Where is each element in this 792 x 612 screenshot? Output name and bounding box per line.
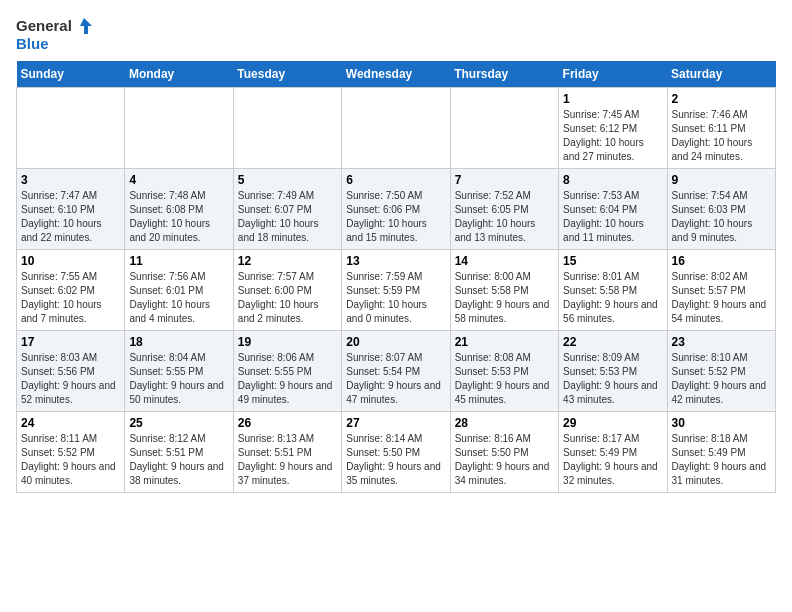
- calendar-cell: 24Sunrise: 8:11 AM Sunset: 5:52 PM Dayli…: [17, 411, 125, 492]
- calendar-cell: 16Sunrise: 8:02 AM Sunset: 5:57 PM Dayli…: [667, 249, 775, 330]
- day-number: 25: [129, 416, 228, 430]
- calendar-cell: 18Sunrise: 8:04 AM Sunset: 5:55 PM Dayli…: [125, 330, 233, 411]
- weekday-header: Monday: [125, 61, 233, 88]
- calendar-cell: [17, 87, 125, 168]
- calendar-cell: 14Sunrise: 8:00 AM Sunset: 5:58 PM Dayli…: [450, 249, 558, 330]
- day-number: 14: [455, 254, 554, 268]
- day-info: Sunrise: 7:48 AM Sunset: 6:08 PM Dayligh…: [129, 189, 228, 245]
- day-info: Sunrise: 8:16 AM Sunset: 5:50 PM Dayligh…: [455, 432, 554, 488]
- day-number: 15: [563, 254, 662, 268]
- day-number: 7: [455, 173, 554, 187]
- day-info: Sunrise: 7:55 AM Sunset: 6:02 PM Dayligh…: [21, 270, 120, 326]
- day-number: 9: [672, 173, 771, 187]
- day-info: Sunrise: 7:53 AM Sunset: 6:04 PM Dayligh…: [563, 189, 662, 245]
- calendar-cell: 7Sunrise: 7:52 AM Sunset: 6:05 PM Daylig…: [450, 168, 558, 249]
- day-info: Sunrise: 8:13 AM Sunset: 5:51 PM Dayligh…: [238, 432, 337, 488]
- day-number: 6: [346, 173, 445, 187]
- day-info: Sunrise: 8:03 AM Sunset: 5:56 PM Dayligh…: [21, 351, 120, 407]
- weekday-header: Sunday: [17, 61, 125, 88]
- calendar-cell: 6Sunrise: 7:50 AM Sunset: 6:06 PM Daylig…: [342, 168, 450, 249]
- day-info: Sunrise: 8:08 AM Sunset: 5:53 PM Dayligh…: [455, 351, 554, 407]
- day-number: 27: [346, 416, 445, 430]
- day-number: 19: [238, 335, 337, 349]
- calendar-week-row: 3Sunrise: 7:47 AM Sunset: 6:10 PM Daylig…: [17, 168, 776, 249]
- calendar-cell: 8Sunrise: 7:53 AM Sunset: 6:04 PM Daylig…: [559, 168, 667, 249]
- day-info: Sunrise: 7:52 AM Sunset: 6:05 PM Dayligh…: [455, 189, 554, 245]
- day-info: Sunrise: 7:59 AM Sunset: 5:59 PM Dayligh…: [346, 270, 445, 326]
- calendar-cell: 13Sunrise: 7:59 AM Sunset: 5:59 PM Dayli…: [342, 249, 450, 330]
- weekday-header: Tuesday: [233, 61, 341, 88]
- calendar-cell: 10Sunrise: 7:55 AM Sunset: 6:02 PM Dayli…: [17, 249, 125, 330]
- day-info: Sunrise: 7:56 AM Sunset: 6:01 PM Dayligh…: [129, 270, 228, 326]
- calendar-cell: 23Sunrise: 8:10 AM Sunset: 5:52 PM Dayli…: [667, 330, 775, 411]
- calendar-week-row: 24Sunrise: 8:11 AM Sunset: 5:52 PM Dayli…: [17, 411, 776, 492]
- header: General Blue: [16, 16, 776, 53]
- day-number: 16: [672, 254, 771, 268]
- day-info: Sunrise: 8:02 AM Sunset: 5:57 PM Dayligh…: [672, 270, 771, 326]
- day-info: Sunrise: 7:54 AM Sunset: 6:03 PM Dayligh…: [672, 189, 771, 245]
- calendar-cell: 1Sunrise: 7:45 AM Sunset: 6:12 PM Daylig…: [559, 87, 667, 168]
- day-info: Sunrise: 7:45 AM Sunset: 6:12 PM Dayligh…: [563, 108, 662, 164]
- day-info: Sunrise: 8:01 AM Sunset: 5:58 PM Dayligh…: [563, 270, 662, 326]
- calendar-cell: 22Sunrise: 8:09 AM Sunset: 5:53 PM Dayli…: [559, 330, 667, 411]
- calendar-cell: 21Sunrise: 8:08 AM Sunset: 5:53 PM Dayli…: [450, 330, 558, 411]
- day-number: 11: [129, 254, 228, 268]
- day-number: 3: [21, 173, 120, 187]
- calendar-cell: 11Sunrise: 7:56 AM Sunset: 6:01 PM Dayli…: [125, 249, 233, 330]
- day-info: Sunrise: 8:12 AM Sunset: 5:51 PM Dayligh…: [129, 432, 228, 488]
- svg-marker-0: [80, 18, 92, 34]
- calendar-cell: 17Sunrise: 8:03 AM Sunset: 5:56 PM Dayli…: [17, 330, 125, 411]
- calendar-week-row: 17Sunrise: 8:03 AM Sunset: 5:56 PM Dayli…: [17, 330, 776, 411]
- day-number: 18: [129, 335, 228, 349]
- day-number: 29: [563, 416, 662, 430]
- day-info: Sunrise: 8:06 AM Sunset: 5:55 PM Dayligh…: [238, 351, 337, 407]
- day-number: 22: [563, 335, 662, 349]
- calendar-cell: [233, 87, 341, 168]
- day-number: 26: [238, 416, 337, 430]
- weekday-header: Wednesday: [342, 61, 450, 88]
- day-info: Sunrise: 8:09 AM Sunset: 5:53 PM Dayligh…: [563, 351, 662, 407]
- calendar-cell: 3Sunrise: 7:47 AM Sunset: 6:10 PM Daylig…: [17, 168, 125, 249]
- calendar-cell: 5Sunrise: 7:49 AM Sunset: 6:07 PM Daylig…: [233, 168, 341, 249]
- day-number: 2: [672, 92, 771, 106]
- day-number: 1: [563, 92, 662, 106]
- calendar-cell: 30Sunrise: 8:18 AM Sunset: 5:49 PM Dayli…: [667, 411, 775, 492]
- day-info: Sunrise: 8:10 AM Sunset: 5:52 PM Dayligh…: [672, 351, 771, 407]
- logo-arrow-icon: [74, 16, 94, 36]
- calendar-cell: 4Sunrise: 7:48 AM Sunset: 6:08 PM Daylig…: [125, 168, 233, 249]
- day-number: 21: [455, 335, 554, 349]
- day-number: 10: [21, 254, 120, 268]
- calendar-cell: 9Sunrise: 7:54 AM Sunset: 6:03 PM Daylig…: [667, 168, 775, 249]
- day-info: Sunrise: 8:00 AM Sunset: 5:58 PM Dayligh…: [455, 270, 554, 326]
- day-number: 23: [672, 335, 771, 349]
- day-info: Sunrise: 8:11 AM Sunset: 5:52 PM Dayligh…: [21, 432, 120, 488]
- calendar-cell: 27Sunrise: 8:14 AM Sunset: 5:50 PM Dayli…: [342, 411, 450, 492]
- header-row: SundayMondayTuesdayWednesdayThursdayFrid…: [17, 61, 776, 88]
- logo-blue-text: Blue: [16, 36, 49, 53]
- day-number: 13: [346, 254, 445, 268]
- calendar-cell: 29Sunrise: 8:17 AM Sunset: 5:49 PM Dayli…: [559, 411, 667, 492]
- calendar-cell: [450, 87, 558, 168]
- calendar-week-row: 10Sunrise: 7:55 AM Sunset: 6:02 PM Dayli…: [17, 249, 776, 330]
- weekday-header: Friday: [559, 61, 667, 88]
- day-info: Sunrise: 7:47 AM Sunset: 6:10 PM Dayligh…: [21, 189, 120, 245]
- day-number: 20: [346, 335, 445, 349]
- calendar-cell: 26Sunrise: 8:13 AM Sunset: 5:51 PM Dayli…: [233, 411, 341, 492]
- calendar-cell: [125, 87, 233, 168]
- calendar-cell: 12Sunrise: 7:57 AM Sunset: 6:00 PM Dayli…: [233, 249, 341, 330]
- logo-general-text: General: [16, 18, 72, 35]
- calendar-cell: 15Sunrise: 8:01 AM Sunset: 5:58 PM Dayli…: [559, 249, 667, 330]
- day-info: Sunrise: 7:50 AM Sunset: 6:06 PM Dayligh…: [346, 189, 445, 245]
- day-info: Sunrise: 8:14 AM Sunset: 5:50 PM Dayligh…: [346, 432, 445, 488]
- calendar-cell: [342, 87, 450, 168]
- calendar-cell: 25Sunrise: 8:12 AM Sunset: 5:51 PM Dayli…: [125, 411, 233, 492]
- calendar-table: SundayMondayTuesdayWednesdayThursdayFrid…: [16, 61, 776, 493]
- calendar-cell: 20Sunrise: 8:07 AM Sunset: 5:54 PM Dayli…: [342, 330, 450, 411]
- weekday-header: Saturday: [667, 61, 775, 88]
- day-info: Sunrise: 8:18 AM Sunset: 5:49 PM Dayligh…: [672, 432, 771, 488]
- day-info: Sunrise: 7:57 AM Sunset: 6:00 PM Dayligh…: [238, 270, 337, 326]
- day-info: Sunrise: 8:17 AM Sunset: 5:49 PM Dayligh…: [563, 432, 662, 488]
- day-info: Sunrise: 7:49 AM Sunset: 6:07 PM Dayligh…: [238, 189, 337, 245]
- day-info: Sunrise: 8:04 AM Sunset: 5:55 PM Dayligh…: [129, 351, 228, 407]
- day-info: Sunrise: 7:46 AM Sunset: 6:11 PM Dayligh…: [672, 108, 771, 164]
